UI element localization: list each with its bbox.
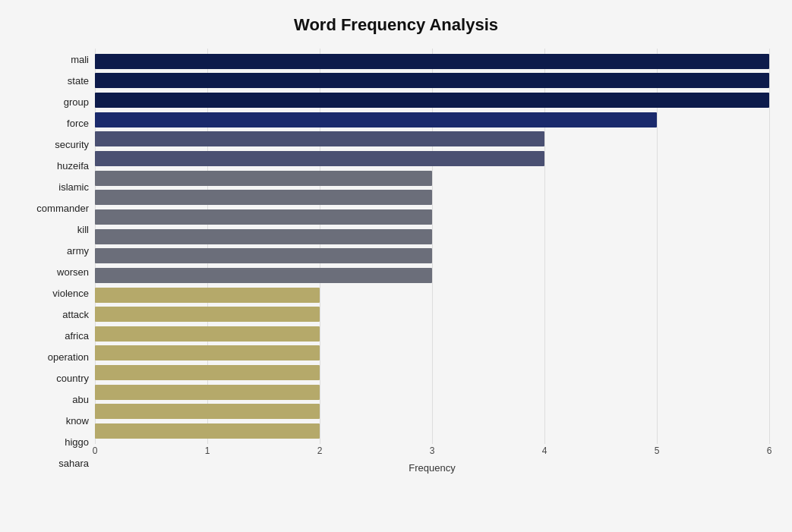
x-axis-label: Frequency (95, 462, 769, 474)
bar (95, 171, 432, 186)
bar-row (95, 150, 769, 168)
x-tick: 3 (430, 445, 435, 456)
y-label: state (68, 70, 89, 91)
x-tick: 5 (655, 445, 660, 456)
y-label: africa (65, 326, 89, 347)
bars-list (95, 49, 769, 444)
bar (95, 307, 320, 322)
bar (95, 423, 320, 439)
y-label: group (64, 91, 89, 112)
grid-line (769, 49, 770, 444)
bar (95, 209, 432, 225)
bar-row (95, 208, 769, 226)
y-label: worsen (57, 261, 89, 282)
bar-row (95, 52, 769, 71)
y-label: mali (71, 49, 89, 70)
y-label: huzeifa (57, 155, 89, 176)
bar-row (95, 188, 769, 206)
bar (95, 54, 769, 69)
y-label: force (67, 112, 89, 134)
y-label: security (55, 134, 89, 155)
chart-area: malistategroupforcesecurityhuzeifaislami… (23, 49, 769, 474)
y-label: commander (36, 197, 89, 219)
bar (95, 404, 320, 419)
x-tick: 1 (205, 445, 210, 456)
bar (95, 345, 320, 360)
y-label: islamic (58, 176, 89, 197)
bar-row (95, 402, 769, 420)
bar (95, 385, 320, 400)
y-axis: malistategroupforcesecurityhuzeifaislami… (23, 49, 95, 474)
bar-row (95, 91, 769, 109)
y-label: operation (48, 347, 89, 368)
bar-row (95, 383, 769, 401)
x-tick: 2 (317, 445, 323, 456)
bar (95, 288, 320, 303)
x-axis: 0123456 Frequency (95, 444, 769, 474)
y-label: country (56, 368, 89, 389)
x-tick: 4 (542, 445, 547, 456)
bar (95, 93, 769, 108)
bar-row (95, 266, 769, 285)
bar-row (95, 325, 769, 343)
y-label: army (67, 240, 89, 261)
chart-title: Word Frequency Analysis (23, 15, 769, 35)
bar (95, 326, 320, 342)
bar (95, 151, 544, 166)
bar-row (95, 344, 769, 362)
bar-row (95, 364, 769, 382)
bar (95, 248, 432, 263)
y-label: abu (72, 389, 89, 411)
bar-row (95, 71, 769, 90)
bar (95, 73, 769, 88)
bar (95, 365, 320, 380)
y-label: know (66, 411, 89, 432)
bar (95, 131, 544, 146)
bar-row (95, 130, 769, 148)
bars-area (95, 49, 769, 444)
bar (95, 112, 657, 127)
y-label: attack (62, 304, 89, 326)
bar-row (95, 228, 769, 246)
bar (95, 268, 432, 283)
bar-row (95, 286, 769, 304)
bar-row (95, 169, 769, 187)
x-tick: 6 (767, 445, 772, 456)
bar-row (95, 305, 769, 323)
x-tick: 0 (93, 445, 98, 456)
x-ticks: 0123456 (95, 444, 769, 459)
bar (95, 190, 432, 205)
y-label: kill (77, 219, 89, 240)
bars-and-x: 0123456 Frequency (95, 49, 769, 474)
bar (95, 229, 432, 244)
y-label: sahara (58, 453, 89, 474)
y-label: violence (52, 283, 89, 304)
y-label: higgo (65, 432, 89, 453)
bar-row (95, 247, 769, 265)
chart-container: Word Frequency Analysis malistategroupfo… (0, 0, 792, 532)
bar-row (95, 422, 769, 440)
bar-row (95, 111, 769, 129)
